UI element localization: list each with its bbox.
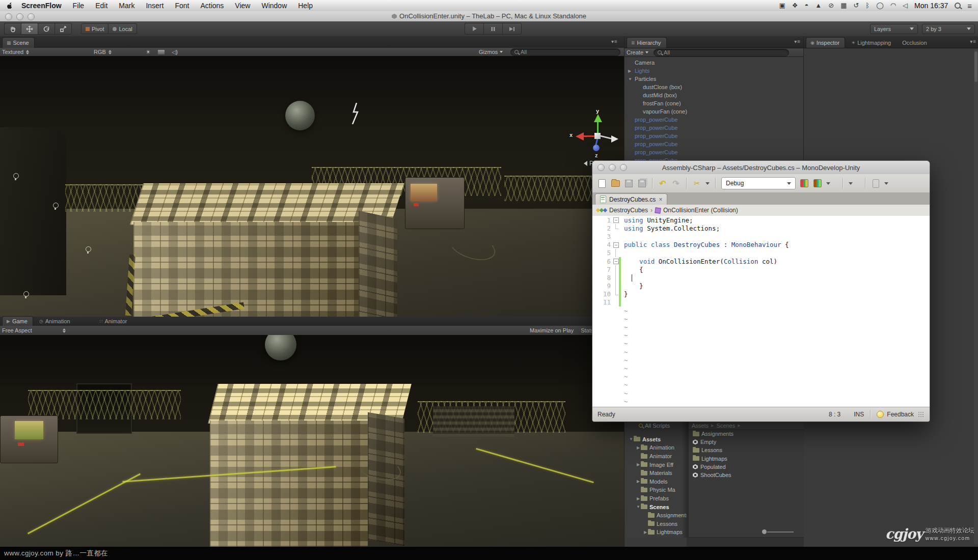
menu-view[interactable]: View [229,2,256,10]
code-line-11[interactable]: 11 [592,298,930,306]
volume-icon[interactable]: ◁ [903,0,908,11]
new-file-button[interactable] [597,179,607,188]
tab-animation[interactable]: ◷ Animation [35,317,75,326]
hierarchy-search-input[interactable]: All [654,49,789,57]
code-line-10[interactable]: 10} [592,290,930,298]
hierarchy-item-dustclose-box-[interactable]: dustClose (box) [624,83,804,91]
tab-game[interactable]: ▶ Game [2,316,33,326]
bluetooth-icon[interactable]: ᛒ [865,0,870,11]
cut-button[interactable]: ✂ [692,179,701,188]
code-line-3[interactable]: 3 [592,232,930,240]
menu-edit[interactable]: Edit [90,2,113,10]
expand-arrow-icon[interactable]: ▼ [628,77,632,81]
code-line-7[interactable]: 7 { [592,265,930,273]
file-item-shootcubes[interactable]: ShootCubes [689,471,804,479]
displays-icon[interactable]: ▦ [840,0,847,11]
gizmos-dropdown[interactable]: Gizmos [479,49,503,55]
hierarchy-item-prop-powercube[interactable]: prop_powerCube [624,148,804,156]
file-item-empty[interactable]: Empty [689,438,804,446]
scene-orientation-gizmo[interactable]: y x z [575,113,621,160]
scene-viewport[interactable]: y x z Persp [0,56,624,317]
hierarchy-item-particles[interactable]: ▼Particles [624,75,804,83]
build-all-button[interactable] [813,179,822,188]
chevron-down-icon[interactable] [849,182,853,185]
menu-help[interactable]: Help [292,2,318,10]
project-all-scripts[interactable]: All Scripts [624,422,687,430]
code-line-4[interactable]: 4−public class DestroyCubes : MonoBehavi… [592,241,930,249]
menu-file[interactable]: File [67,2,90,10]
axis-y-cone[interactable] [594,114,602,122]
minimize-window-icon[interactable] [16,13,23,20]
breadcrumb-assets[interactable]: Assets [692,423,709,429]
file-item-populated[interactable]: Populated [689,463,804,471]
notification-center-icon[interactable]: ≡ [967,2,972,10]
minimize-window-icon[interactable] [609,164,616,171]
code-line-2[interactable]: 2using System.Collections; [592,224,930,232]
axis-x-cone[interactable] [576,132,584,141]
tree-item-physic-ma[interactable]: Physic Ma [624,486,687,494]
code-line-8[interactable]: 8 [592,273,930,282]
close-window-icon[interactable] [597,164,605,171]
light-gizmo-icon[interactable] [53,203,59,208]
do-not-disturb-icon[interactable]: ⊘ [828,0,834,11]
undo-button[interactable]: ↶ [658,179,667,188]
play-button[interactable] [465,23,483,35]
axis-back-cone[interactable] [611,135,618,143]
inspector-scrollbar[interactable] [974,49,978,545]
feedback-button[interactable]: Feedback [887,411,914,418]
tree-item-image-eff[interactable]: ▶Image Eff [624,460,687,469]
tree-item-animator[interactable]: Animator [624,452,687,461]
time-machine-icon[interactable]: ↺ [853,0,859,11]
file-item-lightmaps[interactable]: Lightmaps [689,455,804,463]
layers-dropdown[interactable]: Layers [870,24,918,34]
hierarchy-item-camera[interactable]: Camera [624,59,804,67]
hierarchy-item-prop-powercube[interactable]: prop_powerCube [624,132,804,140]
hierarchy-item-vapourfan-cone-[interactable]: vapourFan (cone) [624,107,804,116]
chevron-down-icon[interactable] [826,182,830,185]
hierarchy-item-prop-powercube[interactable]: prop_powerCube [624,124,804,132]
tree-item-lightmaps[interactable]: ▶Lightmaps [624,528,687,537]
breadcrumb-class[interactable]: DestroyCubes [609,207,648,214]
chevron-down-icon[interactable] [884,182,888,185]
tree-item-materials[interactable]: Materials [624,469,687,478]
monodevelop-title-bar[interactable]: Assembly-CSharp – Assets/DestroyCubes.cs… [592,161,930,175]
app-circle-icon[interactable]: ◓ [805,0,809,11]
breadcrumb-member[interactable]: OnCollisionEnter (Collision) [663,207,738,214]
hierarchy-item-frostfan-cone-[interactable]: frostFan (cone) [624,99,804,107]
tab-inspector[interactable]: ◉ Inspector [806,37,845,48]
tree-item-assets[interactable]: ▼Assets [624,435,687,444]
light-gizmo-icon[interactable] [86,246,91,252]
breadcrumb-scenes[interactable]: Scenes [717,423,736,429]
scene-lighting-icon[interactable]: ☀ [146,49,151,55]
zoom-window-icon[interactable] [28,13,35,20]
step-button[interactable] [502,23,522,35]
code-line-9[interactable]: 9 } [592,282,930,290]
menu-insert[interactable]: Insert [140,2,169,10]
light-gizmo-icon[interactable] [23,291,29,297]
tree-item-lessons[interactable]: Lessons [624,520,687,528]
hierarchy-pane-menu-icon[interactable]: ▾≡ [794,39,801,44]
tab-scene[interactable]: ▦ Scene [2,37,35,48]
pause-button[interactable] [483,23,502,35]
drive-icon[interactable]: ▲ [815,0,822,11]
render-mode-dropdown[interactable]: Textured [2,49,73,55]
tab-destroycubes-cs[interactable]: DestroyCubes.cs × [595,193,667,205]
aspect-dropdown[interactable]: Free Aspect [2,327,78,333]
scene-pane-menu-icon[interactable]: ▾≡ [611,39,618,44]
tree-item-scenes[interactable]: ▼Scenes [624,502,687,511]
tab-occlusion[interactable]: Occlusion [898,38,932,48]
menu-mark[interactable]: Mark [113,2,140,10]
layout-dropdown[interactable]: 2 by 3 [922,24,975,34]
move-tool-button[interactable] [21,23,38,35]
menu-screenflow[interactable]: ScreenFlow [16,2,67,10]
zoom-window-icon[interactable] [620,164,627,171]
menu-actions[interactable]: Actions [195,2,229,10]
tree-item-animation[interactable]: ▶Animation [624,443,687,452]
wifi-icon[interactable]: ◠ [890,0,896,11]
light-gizmo-icon[interactable] [13,173,19,179]
hierarchy-item-prop-powercube[interactable]: prop_powerCube [624,140,804,148]
scale-tool-button[interactable] [55,23,72,35]
hierarchy-item-dustmid-box-[interactable]: dustMid (box) [624,91,804,99]
tab-lightmapping[interactable]: ☀ Lightmapping [847,38,896,48]
tree-item-models[interactable]: ▶Models [624,478,687,486]
